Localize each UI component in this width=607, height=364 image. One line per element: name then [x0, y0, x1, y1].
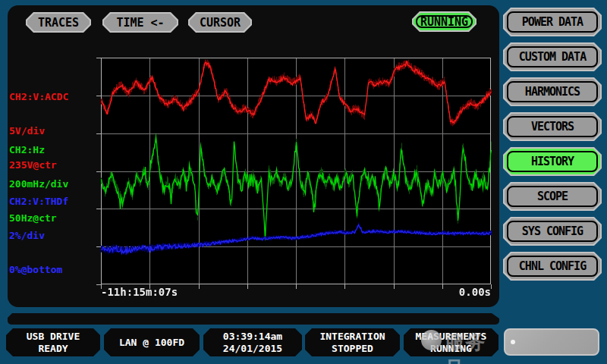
usb-status-box: USB DRIVE READY: [6, 328, 100, 356]
sidebar-item-label: CUSTOM DATA: [519, 50, 586, 64]
usb-status-line2: READY: [38, 343, 68, 355]
sidebar-item-power-data[interactable]: POWER DATA: [503, 8, 602, 36]
cursor-button-label: CURSOR: [200, 16, 241, 30]
integration-status-box: INTEGRATION STOPPED: [305, 328, 400, 356]
measurements-status-line1: MEASUREMENTS: [416, 331, 487, 343]
traces-button-label: TRACES: [38, 16, 79, 30]
usb-status-line1: USB DRIVE: [27, 331, 80, 343]
sidebar-item-label: SYS CONFIG: [522, 224, 583, 238]
integration-status-line1: INTEGRATION: [319, 331, 385, 343]
channel-thd-ref: 0%@bottom: [9, 264, 99, 275]
time-button[interactable]: TIME <-: [102, 12, 178, 33]
channel-voltage-name: CH2:V:ACDC: [9, 91, 99, 102]
power-analyzer-screen: { "toolbar": { "buttons": [ {"label": "T…: [0, 0, 607, 364]
sidebar-item-label: VECTORS: [531, 120, 574, 133]
clock-status-box: 03:39:14am 24/01/2015: [203, 328, 302, 356]
measurements-status-line2: RUNNING: [430, 343, 472, 355]
sidebar-item-harmonics[interactable]: HARMONICS: [503, 77, 602, 106]
integration-status-line2: STOPPED: [332, 343, 373, 355]
sidebar-item-sys-config[interactable]: SYS CONFIG: [503, 217, 602, 246]
sidebar-item-chnl-config[interactable]: CHNL CONFIG: [503, 252, 602, 281]
sidebar-item-label: CHNL CONFIG: [519, 259, 586, 273]
bottom-divider-bar: [8, 313, 499, 325]
channel-label-thd: CH2:V:THDf 2%/div 0%@bottom: [9, 173, 99, 287]
time-axis-start-label: -11h:15m:07s: [101, 286, 178, 298]
measurements-status-box: MEASUREMENTS RUNNING: [404, 328, 498, 356]
channel-thd-scale: 2%/div: [9, 230, 99, 241]
history-chart-canvas: [93, 50, 498, 292]
sidebar-item-label: HARMONICS: [525, 85, 580, 99]
cursor-button[interactable]: CURSOR: [188, 12, 252, 33]
obscured-bottom-right-button[interactable]: [504, 328, 599, 356]
channel-frequency-name: CH2:Hz: [9, 144, 99, 155]
sidebar-item-label: POWER DATA: [522, 15, 583, 29]
traces-button[interactable]: TRACES: [26, 12, 91, 33]
clock-time: 03:39:14am: [223, 331, 282, 343]
sidebar-item-custom-data[interactable]: CUSTOM DATA: [503, 42, 602, 71]
clock-date: 24/01/2015: [223, 343, 282, 355]
running-status-label: RUNNING: [420, 15, 468, 29]
time-button-label: TIME <-: [116, 16, 164, 30]
lan-status-line1: LAN @ 100FD: [119, 337, 184, 349]
sidebar-item-label: SCOPE: [537, 190, 568, 203]
lan-status-box: LAN @ 100FD: [104, 328, 200, 356]
time-axis-end-label: 0.00s: [459, 286, 491, 298]
sidebar-item-vectors[interactable]: VECTORS: [503, 112, 602, 141]
sidebar-item-scope[interactable]: SCOPE: [503, 182, 602, 211]
sidebar-item-label: HISTORY: [531, 155, 574, 168]
channel-thd-name: CH2:V:THDf: [9, 196, 99, 207]
sidebar-item-history-active[interactable]: HISTORY: [503, 147, 602, 176]
running-status-badge: RUNNING: [412, 11, 476, 32]
dot-marker: [511, 340, 515, 344]
